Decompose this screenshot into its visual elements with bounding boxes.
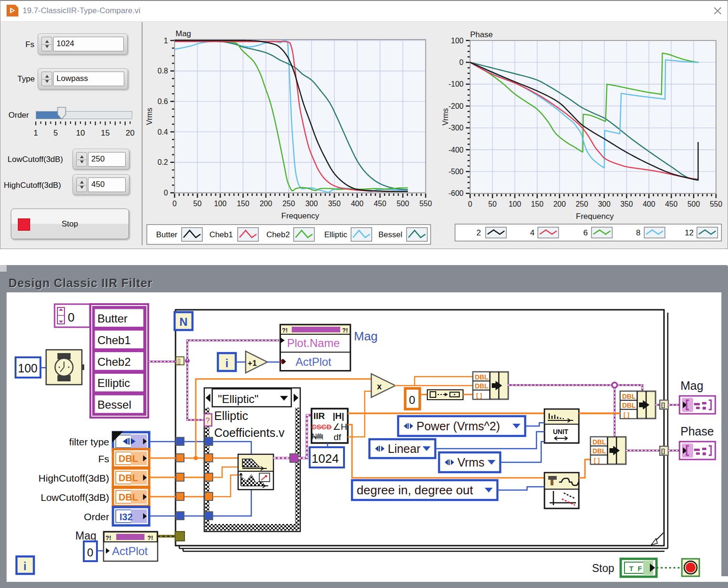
- svg-text:550: 550: [419, 200, 432, 208]
- svg-text:F: F: [638, 564, 642, 572]
- svg-text:?!: ?!: [147, 534, 153, 541]
- svg-text:100: 100: [451, 37, 464, 45]
- svg-text:Butter: Butter: [97, 312, 128, 325]
- svg-text:350: 350: [328, 200, 341, 208]
- svg-text:[]: []: [661, 448, 665, 454]
- svg-text:DBL: DBL: [119, 492, 138, 502]
- svg-text:DBL: DBL: [622, 402, 636, 409]
- svg-text:Butter: Butter: [156, 230, 178, 239]
- svg-text:0.6: 0.6: [158, 97, 168, 105]
- svg-text:0: 0: [68, 310, 74, 324]
- svg-text:-300: -300: [448, 124, 464, 132]
- svg-text:0: 0: [173, 200, 177, 208]
- svg-text:DBL: DBL: [119, 453, 138, 464]
- svg-text:-200: -200: [448, 102, 464, 110]
- svg-text:550: 550: [710, 200, 722, 208]
- svg-text:250: 250: [576, 200, 588, 208]
- svg-text:250: 250: [282, 200, 295, 208]
- svg-text:1: 1: [164, 37, 168, 45]
- svg-text:0: 0: [87, 546, 93, 559]
- svg-text:[ ]: [ ]: [594, 457, 600, 464]
- svg-text:0.4: 0.4: [158, 128, 168, 136]
- svg-text:|H|: |H|: [333, 411, 344, 421]
- svg-text:Bessel: Bessel: [97, 398, 131, 411]
- svg-text:UNIT: UNIT: [553, 428, 568, 435]
- svg-text:12: 12: [685, 228, 694, 237]
- svg-text:150: 150: [531, 200, 544, 208]
- svg-text:200: 200: [553, 200, 566, 208]
- svg-text:400: 400: [351, 200, 364, 208]
- svg-text:200: 200: [260, 200, 272, 208]
- svg-text:Nfft: Nfft: [312, 433, 323, 441]
- svg-text:0: 0: [164, 189, 168, 197]
- svg-text:2: 2: [477, 228, 481, 237]
- svg-text:-100: -100: [448, 80, 464, 88]
- svg-text:Elliptic: Elliptic: [97, 377, 130, 389]
- svg-text:Phase: Phase: [470, 30, 493, 39]
- svg-text:Fs: Fs: [98, 453, 109, 464]
- svg-text:150: 150: [237, 200, 249, 208]
- svg-text:400: 400: [643, 200, 656, 208]
- svg-text:Frequency: Frequency: [281, 211, 320, 220]
- svg-text:Linear: Linear: [388, 442, 421, 455]
- svg-text:T: T: [629, 564, 633, 572]
- svg-text:450: 450: [374, 200, 386, 208]
- svg-text:[]: []: [661, 402, 665, 408]
- svg-text:Mag: Mag: [680, 379, 704, 392]
- svg-text:?!: ?!: [342, 327, 348, 334]
- svg-text:0: 0: [459, 58, 464, 66]
- svg-text:"Elliptic": "Elliptic": [218, 393, 258, 405]
- svg-text:I32: I32: [120, 512, 133, 522]
- svg-text:100: 100: [18, 362, 38, 375]
- svg-text:Mag: Mag: [354, 329, 378, 343]
- svg-text:Elliptic: Elliptic: [214, 409, 248, 422]
- svg-text:[]: []: [177, 358, 181, 364]
- svg-text:-600: -600: [448, 189, 464, 197]
- svg-text:ActPlot: ActPlot: [112, 545, 148, 557]
- svg-text:0.2: 0.2: [158, 158, 168, 166]
- svg-text:filter type: filter type: [69, 436, 109, 447]
- svg-text:i: i: [24, 560, 26, 572]
- svg-text:∠H: ∠H: [333, 422, 347, 432]
- svg-text:Mag: Mag: [176, 29, 191, 38]
- svg-text:HighCutoff(3dB): HighCutoff(3dB): [39, 473, 109, 483]
- svg-text:-400: -400: [448, 146, 464, 154]
- svg-text:DBL: DBL: [592, 447, 606, 455]
- svg-text:+1: +1: [248, 359, 256, 368]
- svg-text:500: 500: [397, 200, 409, 208]
- svg-text:Cheb2: Cheb2: [266, 230, 290, 239]
- svg-text:Vrms: Vrms: [441, 108, 449, 126]
- svg-text:?!: ?!: [105, 534, 111, 541]
- svg-text:ActPlot: ActPlot: [296, 355, 331, 368]
- svg-text:450: 450: [665, 200, 678, 208]
- svg-text:0: 0: [409, 394, 415, 406]
- svg-text:300: 300: [305, 200, 318, 208]
- svg-text:Mag: Mag: [75, 530, 96, 542]
- svg-text:8: 8: [636, 228, 640, 237]
- svg-text:1024: 1024: [312, 451, 339, 466]
- svg-text:DBL: DBL: [475, 382, 488, 390]
- svg-text:degree in, degree out: degree in, degree out: [357, 483, 473, 497]
- svg-text:Cheb2: Cheb2: [97, 355, 131, 368]
- svg-text:N: N: [179, 315, 187, 328]
- svg-text:DBL: DBL: [475, 373, 488, 381]
- svg-text:i: i: [225, 357, 229, 370]
- svg-text:LowCutoff(3dB): LowCutoff(3dB): [40, 492, 109, 503]
- svg-text:Vrms: Vrms: [145, 108, 153, 125]
- svg-text:IIR: IIR: [313, 411, 325, 421]
- svg-text:100: 100: [509, 200, 521, 208]
- svg-text:Cheb1: Cheb1: [209, 230, 233, 239]
- svg-text:[ ]: [ ]: [476, 392, 482, 399]
- svg-text:Elliptic: Elliptic: [324, 230, 348, 239]
- svg-text:300: 300: [598, 200, 611, 208]
- svg-text:Plot.Name: Plot.Name: [287, 337, 340, 349]
- svg-text:CSCD: CSCD: [312, 423, 332, 431]
- svg-text:Bessel: Bessel: [378, 230, 402, 239]
- svg-text:100: 100: [214, 200, 227, 208]
- svg-text:Vrms: Vrms: [457, 456, 484, 469]
- svg-text:Coefficients.v: Coefficients.v: [214, 426, 285, 439]
- svg-text:Order: Order: [84, 511, 109, 522]
- svg-text:?: ?: [206, 417, 210, 425]
- svg-text:Frequency: Frequency: [576, 212, 614, 221]
- svg-text:Cheb1: Cheb1: [97, 334, 131, 346]
